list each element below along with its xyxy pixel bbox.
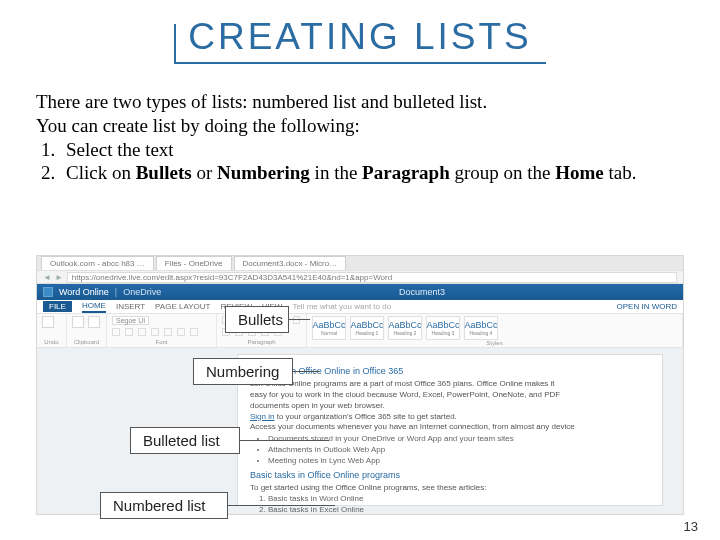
styles-row: AaBbCcNormal AaBbCcHeading 1 AaBbCcHeadi… <box>312 316 677 340</box>
step-2-text4: group on the <box>450 162 556 183</box>
paste-icon[interactable] <box>72 316 84 328</box>
callout-bullets-leader <box>288 319 310 320</box>
tab-home[interactable]: HOME <box>82 301 106 313</box>
doc-bullet-list: Documents stored in your OneDrive or Wor… <box>268 434 650 466</box>
copy-icon[interactable] <box>88 316 100 328</box>
step-2-bold-bullets: Bullets <box>136 162 192 183</box>
callout-bulleted-leader <box>239 440 329 441</box>
word-online-brand-bar: Word Online | OneDrive Document3 <box>37 284 683 300</box>
step-2: Click on Bullets or Numbering in the Par… <box>60 161 684 185</box>
doc-h2sub: To get started using the Office Online p… <box>250 483 650 494</box>
signin-rest: to your organization's Office 365 site t… <box>274 412 456 421</box>
doc-heading-2: Basic tasks in Office Online programs <box>250 469 650 481</box>
doc-bullet-3: Meeting notes in Lync Web App <box>268 456 650 467</box>
open-in-word-button[interactable]: OPEN IN WORD <box>617 302 677 311</box>
browser-tab-2[interactable]: Files - OneDrive <box>156 256 232 270</box>
app-name: Word Online <box>59 287 109 297</box>
signin-link[interactable]: Sign in <box>250 412 274 421</box>
document-name: Document3 <box>167 287 677 297</box>
callout-numbered-list: Numbered list <box>100 492 228 519</box>
doc-bullet-2: Attachments in Outlook Web App <box>268 445 650 456</box>
font-format-buttons <box>112 328 211 336</box>
tab-file[interactable]: FILE <box>43 301 72 312</box>
color-button[interactable] <box>190 328 198 336</box>
group-undo-label: Undo <box>42 339 61 345</box>
style-normal[interactable]: AaBbCcNormal <box>312 316 346 340</box>
callout-numbered-list-label: Numbered list <box>113 497 206 514</box>
callout-bullets-label: Bullets <box>238 311 283 328</box>
browser-tab-3[interactable]: Document3.docx - Micro… <box>234 256 347 270</box>
sub-button[interactable] <box>164 328 172 336</box>
slide: CREATING LISTS There are two types of li… <box>0 0 720 540</box>
group-styles-label: Styles <box>312 340 677 346</box>
word-online-screenshot: Outlook.com - abcc h83 … Files - OneDriv… <box>36 255 684 515</box>
rtl-button[interactable] <box>293 316 300 324</box>
bold-button[interactable] <box>112 328 120 336</box>
tell-me-field[interactable]: Tell me what you want to do <box>292 302 391 311</box>
group-clipboard-label: Clipboard <box>72 339 101 345</box>
strike-button[interactable] <box>151 328 159 336</box>
step-2-text: Click on <box>66 162 136 183</box>
step-2-text5: tab. <box>604 162 637 183</box>
style-h2[interactable]: AaBbCcHeading 2 <box>388 316 422 340</box>
group-styles: AaBbCcNormal AaBbCcHeading 1 AaBbCcHeadi… <box>307 314 683 347</box>
slide-title: CREATING LISTS <box>174 16 546 62</box>
back-icon[interactable]: ◄ <box>43 273 51 282</box>
sup-button[interactable] <box>177 328 185 336</box>
step-2-bold-paragraph: Paragraph <box>362 162 450 183</box>
document-page: started with Office Online in Office 365… <box>237 354 663 506</box>
style-h1[interactable]: AaBbCcHeading 1 <box>350 316 384 340</box>
callout-numbered-leader <box>227 505 335 506</box>
url-field[interactable]: https://onedrive.live.com/edit.aspx?resi… <box>67 272 677 283</box>
step-2-text3: in the <box>310 162 362 183</box>
step-2-text2: or <box>192 162 217 183</box>
doc-p1: soft Office Online programs are a part o… <box>250 379 650 390</box>
browser-tabs: Outlook.com - abcc h83 … Files - OneDriv… <box>37 256 683 270</box>
word-icon <box>43 287 53 297</box>
group-font-label: Font <box>112 339 211 345</box>
doc-num-1: Basic tasks in Word Online <box>268 494 650 505</box>
doc-signin: Sign in to your organization's Office 36… <box>250 412 650 423</box>
undo-icon[interactable] <box>42 316 54 328</box>
ribbon-tabs: FILE HOME INSERT PAGE LAYOUT REVIEW VIEW… <box>37 300 683 314</box>
step-1: Select the text <box>60 138 684 162</box>
title-underline <box>174 62 546 64</box>
callout-numbering-label: Numbering <box>206 363 279 380</box>
intro-line-1: There are two types of lists: numbered l… <box>36 90 684 114</box>
browser-tab-1[interactable]: Outlook.com - abcc h83 … <box>41 256 154 270</box>
onedrive-label[interactable]: OneDrive <box>123 287 161 297</box>
doc-p4: Access your documents whenever you have … <box>250 422 650 433</box>
body-text: There are two types of lists: numbered l… <box>0 62 720 185</box>
doc-num-2: Basic tasks in Excel Online <box>268 505 650 515</box>
address-bar: ◄ ► https://onedrive.live.com/edit.aspx?… <box>37 270 683 284</box>
intro-line-2: You can create list by doing the followi… <box>36 114 684 138</box>
tab-insert[interactable]: INSERT <box>116 302 145 311</box>
group-clipboard: Clipboard <box>67 314 107 347</box>
doc-p3: documents open in your web browser. <box>250 401 650 412</box>
slide-title-text: CREATING LISTS <box>188 16 532 57</box>
callout-bullets: Bullets <box>225 306 289 333</box>
style-h4[interactable]: AaBbCcHeading 4 <box>464 316 498 340</box>
style-h3[interactable]: AaBbCcHeading 3 <box>426 316 460 340</box>
callout-bulleted-list: Bulleted list <box>130 427 240 454</box>
slide-number: 13 <box>684 519 698 534</box>
title-wrap: CREATING LISTS <box>0 0 720 62</box>
ribbon-groups: Undo Clipboard Segoe UI Font P <box>37 314 683 348</box>
callout-bulleted-list-label: Bulleted list <box>143 432 220 449</box>
group-font: Segoe UI Font <box>107 314 217 347</box>
group-undo: Undo <box>37 314 67 347</box>
tab-page-layout[interactable]: PAGE LAYOUT <box>155 302 210 311</box>
group-paragraph-label: Paragraph <box>222 339 301 345</box>
title-tick <box>174 24 176 64</box>
underline-button[interactable] <box>138 328 146 336</box>
font-name-select[interactable]: Segoe UI <box>112 316 149 325</box>
doc-p2: easy for you to work in the cloud becaus… <box>250 390 650 401</box>
callout-numbering: Numbering <box>193 358 293 385</box>
italic-button[interactable] <box>125 328 133 336</box>
forward-icon[interactable]: ► <box>55 273 63 282</box>
step-2-bold-home: Home <box>555 162 604 183</box>
brand-sep: | <box>115 287 117 297</box>
step-2-bold-numbering: Numbering <box>217 162 310 183</box>
callout-numbering-leader <box>292 371 320 372</box>
